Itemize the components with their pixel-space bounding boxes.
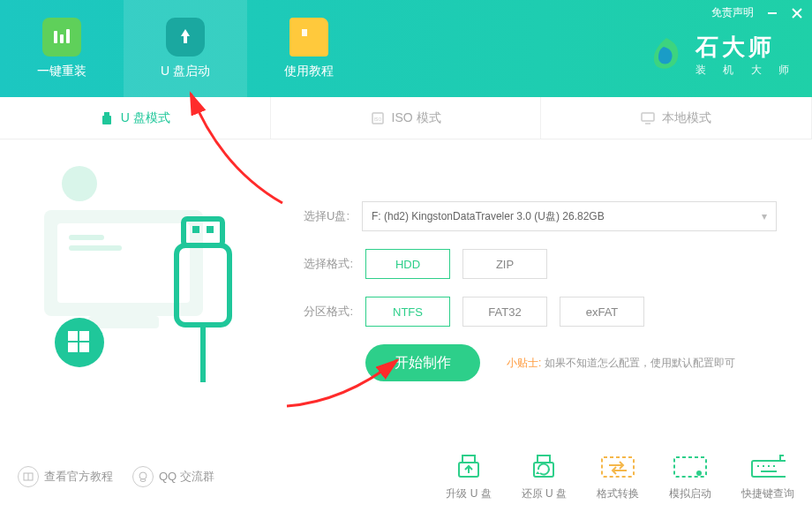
svg-rect-9	[102, 116, 111, 124]
link-label: 查看官方教程	[44, 469, 113, 485]
nav-usb-boot[interactable]: U 盘启动	[124, 0, 247, 97]
tab-iso-mode[interactable]: ISO ISO 模式	[271, 97, 542, 139]
svg-rect-7	[302, 29, 307, 36]
official-tutorial-link[interactable]: 查看官方教程	[18, 466, 113, 487]
svg-rect-22	[79, 331, 89, 341]
link-label: QQ 交流群	[159, 469, 214, 485]
fs-option-ntfs[interactable]: NTFS	[365, 297, 450, 327]
tool-label: 升级 U 盘	[446, 486, 491, 501]
svg-rect-4	[60, 34, 64, 43]
svg-rect-41	[752, 461, 786, 477]
svg-rect-19	[88, 316, 159, 328]
tab-label: 本地模式	[662, 110, 711, 126]
tool-label: 快捷键查询	[741, 486, 794, 501]
svg-point-40	[696, 471, 702, 476]
usb-select-label: 选择U盘:	[291, 208, 350, 224]
svg-rect-3	[54, 31, 57, 43]
svg-rect-12	[642, 113, 654, 121]
usb-select-value: F: (hd2) KingstonDataTraveler 3.0 (U盘) 2…	[372, 209, 605, 224]
tab-label: U 盘模式	[121, 110, 170, 126]
chevron-down-icon: ▾	[762, 210, 767, 222]
svg-point-33	[140, 479, 146, 482]
book-icon	[18, 466, 39, 487]
svg-rect-34	[462, 456, 475, 463]
tool-restore-usb[interactable]: 还原 U 盘	[522, 453, 567, 501]
tool-label: 格式转换	[597, 486, 639, 501]
svg-rect-24	[79, 343, 89, 352]
svg-rect-8	[104, 112, 109, 116]
tool-upgrade-usb[interactable]: 升级 U 盘	[446, 453, 491, 501]
svg-rect-18	[69, 245, 122, 251]
format-option-zip[interactable]: ZIP	[462, 249, 547, 279]
qq-icon	[132, 466, 154, 487]
usb-illustration	[26, 157, 247, 387]
nav-tutorial[interactable]: 使用教程	[247, 0, 371, 97]
svg-rect-27	[207, 226, 214, 233]
restore-icon	[526, 453, 561, 481]
nav-label: U 盘启动	[161, 64, 210, 79]
svg-text:ISO: ISO	[373, 117, 381, 122]
tip-content: 如果不知道怎么配置，使用默认配置即可	[545, 357, 735, 369]
usb-boot-icon	[166, 18, 205, 56]
fs-label: 分区格式:	[291, 304, 353, 320]
start-button[interactable]: 开始制作	[365, 344, 480, 381]
upgrade-icon	[451, 453, 486, 481]
tip-label: 小贴士:	[507, 357, 541, 369]
brand: 石大师 装 机 大 师	[646, 32, 796, 78]
svg-rect-23	[68, 343, 78, 352]
fs-option-exfat[interactable]: exFAT	[560, 297, 644, 327]
fs-option-fat32[interactable]: FAT32	[462, 297, 547, 327]
minimize-button[interactable]	[766, 7, 778, 19]
tab-local-mode[interactable]: 本地模式	[541, 97, 812, 139]
svg-rect-21	[68, 331, 78, 341]
reinstall-icon	[42, 18, 81, 56]
nav-label: 使用教程	[284, 64, 334, 79]
keyboard-icon	[750, 453, 786, 481]
close-button[interactable]	[791, 7, 803, 19]
tool-label: 模拟启动	[669, 486, 711, 501]
svg-rect-36	[538, 456, 550, 463]
iso-icon: ISO	[371, 111, 385, 125]
usb-select[interactable]: F: (hd2) KingstonDataTraveler 3.0 (U盘) 2…	[362, 201, 777, 231]
svg-rect-38	[602, 457, 634, 477]
qq-group-link[interactable]: QQ 交流群	[132, 466, 214, 487]
brand-title: 石大师	[695, 32, 796, 63]
format-label: 选择格式:	[291, 256, 353, 272]
svg-rect-17	[69, 235, 104, 240]
svg-rect-5	[66, 29, 70, 43]
nav-label: 一键重装	[37, 64, 86, 79]
tool-simulate-boot[interactable]: 模拟启动	[669, 453, 711, 501]
tab-label: ISO 模式	[392, 110, 441, 126]
format-option-hdd[interactable]: HDD	[365, 249, 450, 279]
disclaimer-link[interactable]: 免责声明	[711, 5, 754, 20]
convert-icon	[600, 453, 635, 481]
tab-usb-mode[interactable]: U 盘模式	[0, 97, 271, 139]
usb-icon	[100, 111, 114, 125]
nav-reinstall[interactable]: 一键重装	[0, 0, 124, 97]
tool-label: 还原 U 盘	[522, 486, 567, 501]
brand-logo-icon	[646, 34, 687, 75]
tutorial-icon	[289, 18, 328, 56]
svg-point-14	[62, 166, 97, 201]
simulate-icon	[673, 453, 708, 481]
tool-format-convert[interactable]: 格式转换	[597, 453, 639, 501]
tool-hotkey-lookup[interactable]: 快捷键查询	[741, 453, 794, 501]
monitor-icon	[641, 111, 655, 125]
brand-subtitle: 装 机 大 师	[695, 63, 796, 78]
svg-rect-26	[192, 226, 199, 233]
svg-point-32	[139, 472, 147, 479]
tip-text: 小贴士: 如果不知道怎么配置，使用默认配置即可	[507, 356, 735, 371]
